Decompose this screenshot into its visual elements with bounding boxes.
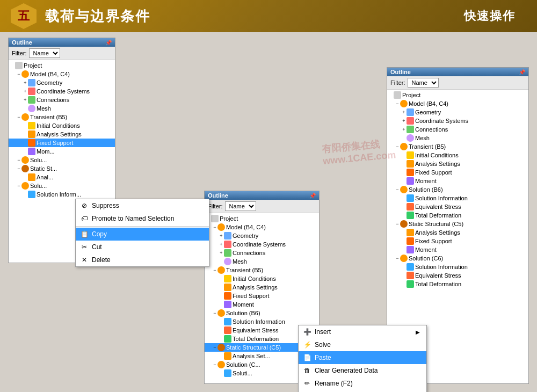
tree-item-init[interactable]: Initial Conditions (9, 121, 115, 130)
menu2-clear[interactable]: 🗑 Clear Generated Data (299, 364, 426, 377)
tree-item-fixed[interactable]: Fixed Support (205, 292, 319, 300)
expand-icon-connect[interactable]: + (219, 250, 224, 256)
tree-item-mesh[interactable]: Mesh (205, 257, 319, 266)
tree-item-anal2[interactable]: Anal... (9, 173, 115, 182)
expand-icon-solu_c6q[interactable]: − (212, 362, 217, 367)
tree-item-solution_b6[interactable]: −Solution (B6) (205, 309, 319, 317)
tree-item-sol_info2[interactable]: Solution Inform... (9, 190, 115, 199)
menu2-rename[interactable]: ✏ Rename (F2) (299, 377, 426, 390)
tree-item-connect[interactable]: +Connections (9, 96, 115, 104)
expand-icon-coord[interactable]: + (401, 118, 407, 124)
tree-item-deform_b[interactable]: Total Deformation (387, 211, 528, 220)
tree-item-connect[interactable]: +Connections (387, 125, 528, 134)
expand-icon-transient[interactable]: − (212, 267, 217, 273)
item-icon-transient (21, 113, 29, 121)
panel2-filter-select[interactable]: Name (225, 201, 256, 211)
expand-icon-solution_c6[interactable]: − (395, 256, 400, 261)
expand-icon-coord[interactable]: + (23, 89, 28, 94)
header-badge: 五 (11, 3, 37, 29)
menu2-insert[interactable]: ➕ Insert ▶ (299, 325, 426, 338)
tree-item-static_c5[interactable]: −Static Structural (C5) (387, 220, 528, 228)
menu-promote[interactable]: 🏷 Promote to Named Selection (76, 212, 209, 225)
tree-item-deform_c[interactable]: Total Deformation (387, 280, 528, 288)
tree-item-sol_info_b[interactable]: Solution Information (387, 194, 528, 202)
tree-item-fixed[interactable]: Fixed Support (9, 139, 115, 147)
tree-item-coord[interactable]: +Coordinate Systems (9, 87, 115, 96)
tree-item-mesh[interactable]: Mesh (9, 104, 115, 113)
item-icon-sol_info_c (407, 263, 414, 271)
item-icon-connect (407, 126, 414, 133)
expand-icon-solu_c[interactable]: − (16, 183, 21, 188)
expand-icon-static_st[interactable]: − (16, 166, 21, 171)
tree-item-model[interactable]: −Model (B4, C4) (9, 70, 115, 78)
tree-item-fixed_c[interactable]: Fixed Support (387, 237, 528, 245)
menu2-open-folder[interactable]: 📁 Open Solver Files Directory (299, 390, 426, 392)
panel3-pin[interactable]: 📌 (519, 69, 525, 75)
tree-item-anal_set[interactable]: Analysis Settings (387, 159, 528, 168)
tree-item-project[interactable]: Project (387, 91, 528, 99)
menu-delete[interactable]: ✕ Delete (76, 253, 209, 266)
tree-item-geometry[interactable]: +Geometry (205, 231, 319, 240)
expand-icon-solu_b[interactable]: − (16, 157, 21, 163)
copy-icon: 📋 (80, 230, 89, 238)
item-icon-init_cond (407, 151, 414, 159)
tree-item-geometry[interactable]: +Geometry (9, 78, 115, 87)
tree-item-sol_info_c[interactable]: Solution Information (387, 263, 528, 271)
tree-item-moment[interactable]: Moment (205, 300, 319, 309)
expand-icon-connect[interactable]: + (401, 127, 407, 132)
menu-copy[interactable]: 📋 Copy (76, 228, 209, 241)
tree-item-init[interactable]: Initial Conditions (205, 274, 319, 283)
tree-item-transient[interactable]: −Transient (B5) (205, 266, 319, 274)
item-icon-project (15, 62, 23, 69)
tree-item-moment_c[interactable]: Moment (387, 245, 528, 254)
tree-item-coord[interactable]: +Coordinate Systems (387, 117, 528, 125)
tree-item-solution_c6[interactable]: −Solution (C6) (387, 254, 528, 263)
expand-icon-static_c5[interactable]: − (212, 345, 217, 350)
tree-item-connect[interactable]: +Connections (205, 249, 319, 257)
tree-item-geometry[interactable]: +Geometry (387, 108, 528, 117)
menu2-solve[interactable]: ⚡ Solve (299, 338, 426, 351)
tree-item-equiv_b[interactable]: Equivalent Stress (387, 202, 528, 211)
expand-icon-transient[interactable]: − (16, 114, 21, 120)
tree-item-project[interactable]: Project (9, 61, 115, 70)
menu-promote-label: Promote to Named Selection (92, 215, 174, 222)
tree-item-solution_b6[interactable]: −Solution (B6) (387, 185, 528, 194)
tree-item-solu_b[interactable]: −Solu... (9, 156, 115, 164)
tree-item-transient[interactable]: −Transient (B5) (387, 142, 528, 151)
tree-item-anal_set_c[interactable]: Analysis Settings (387, 228, 528, 237)
menu2-paste[interactable]: 📄 Paste (299, 351, 426, 364)
tree-item-moment[interactable]: Moment (387, 177, 528, 185)
expand-icon-model[interactable]: − (212, 224, 217, 230)
tree-item-init_cond[interactable]: Initial Conditions (387, 151, 528, 159)
menu-cut[interactable]: ✂ Cut (76, 241, 209, 253)
tree-item-model[interactable]: −Model (B4, C4) (205, 223, 319, 231)
expand-icon-geometry[interactable]: + (401, 110, 407, 115)
tree-item-static_st[interactable]: −Static St... (9, 164, 115, 173)
expand-icon-model[interactable]: − (16, 71, 21, 77)
expand-icon-connect[interactable]: + (23, 97, 28, 103)
menu-suppress[interactable]: ⊘ Suppress (76, 199, 209, 212)
tree-item-equiv_c[interactable]: Equivalent Stress (387, 271, 528, 280)
panel3-filter-select[interactable]: Name (408, 78, 439, 88)
tree-item-project[interactable]: Project (205, 214, 319, 223)
tree-item-analysis[interactable]: Analysis Settings (205, 283, 319, 292)
expand-icon-solution_b6[interactable]: − (395, 187, 400, 192)
panel1-pin[interactable]: 📌 (105, 40, 112, 46)
expand-icon-static_c5[interactable]: − (395, 221, 400, 227)
tree-item-model[interactable]: −Model (B4, C4) (387, 99, 528, 108)
expand-icon-geometry[interactable]: + (219, 233, 224, 238)
expand-icon-model[interactable]: − (395, 101, 400, 106)
tree-item-solu_c[interactable]: −Solu... (9, 182, 115, 190)
panel2-pin[interactable]: 📌 (309, 193, 316, 199)
expand-icon-geometry[interactable]: + (23, 80, 28, 85)
expand-icon-coord[interactable]: + (219, 242, 224, 247)
tree-item-mesh[interactable]: Mesh (387, 134, 528, 142)
tree-item-coord[interactable]: +Coordinate Systems (205, 240, 319, 249)
tree-item-moment[interactable]: Mom... (9, 147, 115, 156)
tree-item-transient[interactable]: −Transient (B5) (9, 113, 115, 121)
tree-item-analysis[interactable]: Analysis Settings (9, 130, 115, 139)
panel1-filter-select[interactable]: Name (29, 48, 60, 58)
expand-icon-transient[interactable]: − (395, 144, 400, 149)
expand-icon-solution_b6[interactable]: − (212, 310, 217, 316)
tree-item-fixed_sup[interactable]: Fixed Support (387, 168, 528, 177)
